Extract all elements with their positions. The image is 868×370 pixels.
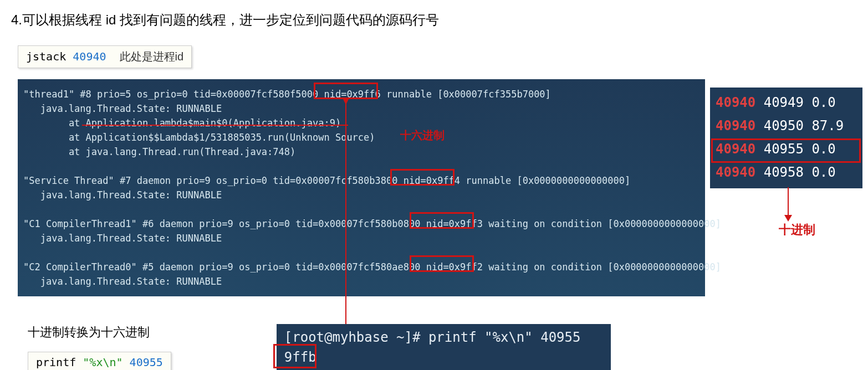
- thread-row: 40940 40950 87.9: [716, 114, 857, 137]
- printf-terminal: [root@myhbase ~]# printf "%x\n" 40955 9f…: [277, 324, 611, 370]
- annotation-hex: 十六进制: [400, 128, 445, 142]
- printf-fmt: "%x\n": [83, 356, 129, 369]
- highlight-nid-9ff6: [314, 83, 378, 99]
- printf-cmd: printf: [36, 356, 83, 369]
- top-thread-list: 40940 40949 0.040940 40950 87.940940 409…: [710, 88, 862, 188]
- highlight-source-line: [82, 125, 348, 126]
- printf-line-result: 9ffb: [284, 347, 603, 367]
- step-heading: 4.可以根据线程 id 找到有问题的线程，进一步定位到问题代码的源码行号: [11, 11, 857, 29]
- thread-row: 40940 40949 0.0: [716, 91, 857, 114]
- jstack-note: 此处是进程id: [120, 50, 184, 63]
- jstack-output-terminal: "thread1" #8 prio=5 os_prio=0 tid=0x0000…: [18, 79, 705, 296]
- highlight-row-40955: [711, 138, 861, 163]
- highlight-nid-9ff4: [390, 169, 455, 186]
- jstack-command-box: jstack 40940 此处是进程id: [18, 45, 192, 68]
- annotation-decimal: 十进制: [779, 222, 815, 238]
- printf-line-cmd: [root@myhbase ~]# printf "%x\n" 40955: [284, 327, 603, 347]
- thread-row: 40940 40958 0.0: [716, 161, 857, 184]
- printf-command-box: printf "%x\n" 40955: [28, 352, 171, 370]
- conversion-label: 十进制转换为十六进制: [28, 324, 171, 341]
- printf-arg: 40955: [130, 356, 163, 369]
- highlight-nid-9ff2: [410, 255, 474, 272]
- jstack-pid: 40940: [73, 50, 106, 63]
- jstack-cmd: jstack: [26, 50, 73, 63]
- highlight-hex-result: [273, 344, 316, 368]
- highlight-nid-9ff3: [410, 212, 474, 229]
